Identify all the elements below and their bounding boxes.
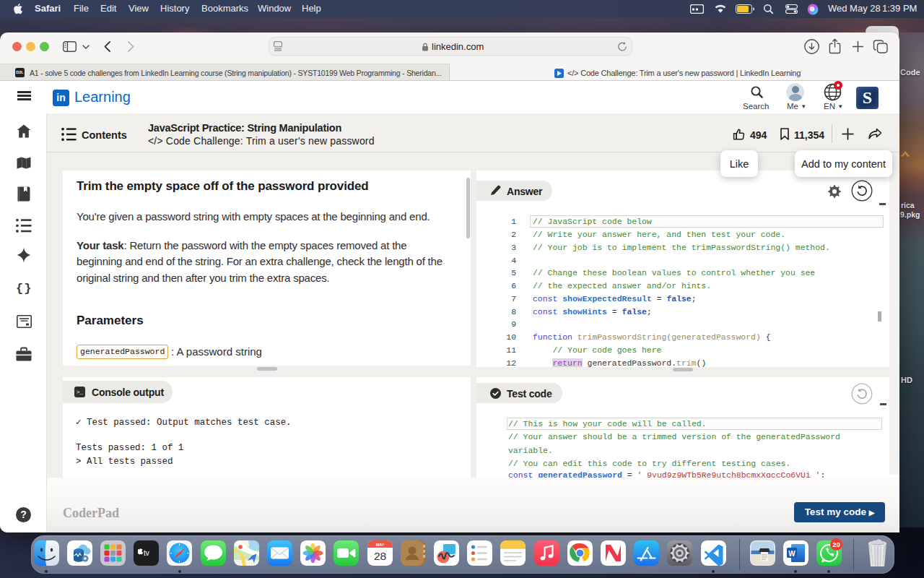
svg-text:tv: tv bbox=[144, 548, 149, 556]
svg-text:28: 28 bbox=[373, 550, 385, 562]
svg-text:MAY: MAY bbox=[375, 543, 384, 547]
svg-text:W: W bbox=[788, 550, 796, 558]
